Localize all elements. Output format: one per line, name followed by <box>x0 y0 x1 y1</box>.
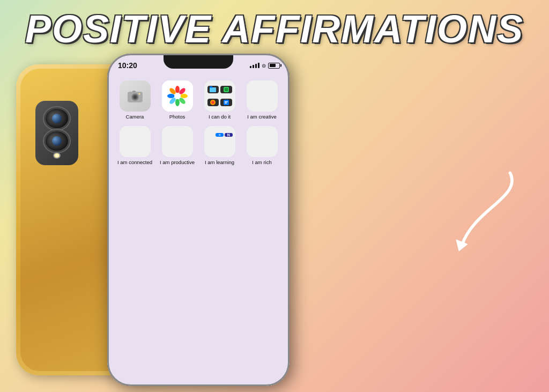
app-productive[interactable]: I am productive <box>158 126 196 165</box>
signal-bar-3 <box>255 64 257 68</box>
productive-folder-icon <box>162 126 193 157</box>
rich-folder-icon <box>247 126 278 157</box>
app-creative[interactable]: I am creative <box>243 80 281 120</box>
app-rich[interactable]: I am rich <box>243 126 281 165</box>
curved-arrow <box>426 161 522 257</box>
learning-mini-3: N <box>225 133 233 137</box>
phone-screen: 10:20 ⊜ <box>107 54 290 386</box>
camera-flash <box>53 152 61 159</box>
svg-point-5 <box>138 93 140 95</box>
camera-lens-1 <box>44 107 70 130</box>
photos-app-icon <box>162 80 193 112</box>
svg-rect-16 <box>210 87 216 92</box>
folder-mini-1 <box>207 86 219 93</box>
icandoit-folder-icon <box>204 80 235 112</box>
page-title: POSITIVE AFFIRMATIONS <box>0 10 549 48</box>
svg-rect-17 <box>210 86 212 88</box>
svg-rect-23 <box>225 101 228 102</box>
status-bar: 10:20 ⊜ <box>116 58 281 73</box>
creative-folder-icon <box>247 80 278 112</box>
app-camera[interactable]: Camera <box>116 80 154 120</box>
app-learning[interactable]: ≡ N I am learning <box>201 126 239 165</box>
connected-app-label: I am connected <box>117 159 152 165</box>
svg-rect-22 <box>224 100 229 105</box>
learning-app-label: I am learning <box>205 159 234 165</box>
status-time: 10:20 <box>118 61 137 70</box>
app-connected[interactable]: I am connected <box>116 126 154 165</box>
phone-front: 10:20 ⊜ <box>107 54 290 386</box>
svg-point-15 <box>174 93 181 99</box>
svg-rect-4 <box>132 91 136 92</box>
app-icandoit[interactable]: I can do it <box>201 80 239 120</box>
folder-mini-4 <box>220 99 232 106</box>
photos-icon-svg <box>166 84 189 108</box>
learning-folder-icon: ≡ N <box>204 126 235 157</box>
svg-point-7 <box>175 86 180 93</box>
signal-icon <box>250 63 259 68</box>
signal-bar-1 <box>250 66 251 68</box>
camera-app-icon <box>120 80 151 112</box>
app-grid: Camera <box>116 80 281 166</box>
learning-mini-2: ≡ <box>216 133 224 137</box>
svg-point-21 <box>212 101 214 104</box>
svg-rect-24 <box>225 103 227 104</box>
icandoit-app-label: I can do it <box>209 114 231 120</box>
battery-icon <box>268 63 280 69</box>
rich-app-label: I am rich <box>252 159 271 165</box>
camera-lens-2 <box>44 130 70 152</box>
folder-mini-2 <box>220 86 232 93</box>
camera-module <box>35 101 78 165</box>
svg-point-9 <box>167 94 175 98</box>
creative-app-label: I am creative <box>247 114 276 120</box>
signal-bar-4 <box>258 63 259 68</box>
battery-fill <box>270 64 276 67</box>
svg-point-10 <box>180 94 188 98</box>
productive-app-label: I am productive <box>160 159 195 165</box>
connected-folder-icon <box>120 126 151 157</box>
camera-icon-svg <box>125 86 145 106</box>
app-photos[interactable]: Photos <box>158 80 196 120</box>
status-icons: ⊜ <box>250 63 280 69</box>
folder-mini-3 <box>207 99 219 106</box>
camera-app-label: Camera <box>126 114 144 120</box>
svg-point-8 <box>175 99 180 106</box>
svg-point-3 <box>133 95 137 99</box>
svg-rect-19 <box>225 88 228 91</box>
photos-app-label: Photos <box>169 114 186 120</box>
signal-bar-2 <box>253 65 254 68</box>
wifi-icon: ⊜ <box>262 63 266 69</box>
